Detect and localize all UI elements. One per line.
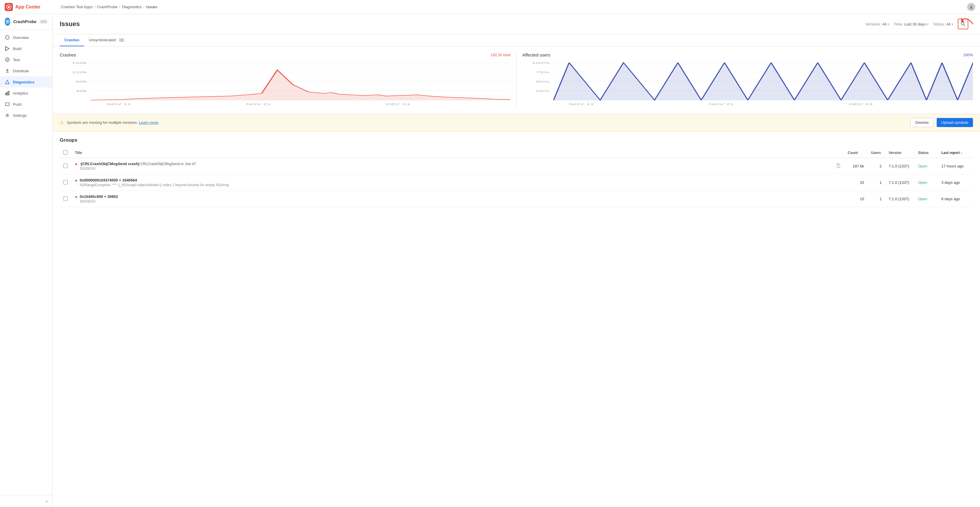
charts-area: Crashes 192.2k total 160k 120k 80k 40k — [52, 46, 980, 114]
warning-icon: ⚠ — [60, 120, 64, 125]
topbar: App Center Crashes Test Apps / CrashProb… — [0, 0, 980, 14]
test-icon — [5, 57, 10, 62]
row2-title-bold: 0x0000000104374000 + 1640564 — [80, 178, 137, 182]
tab-crashes[interactable]: Crashes — [60, 34, 84, 46]
row3-count: 10 — [844, 191, 868, 207]
svg-text:160k: 160k — [72, 62, 87, 64]
row1-check — [60, 158, 72, 175]
user-avatar[interactable] — [967, 3, 975, 11]
sidebar-label-distribute: Distribute — [13, 69, 29, 73]
table-row: ● 0x0000000104374000 + 1640564 NSRangeEx… — [60, 175, 973, 191]
svg-text:NOV 21: NOV 21 — [709, 103, 734, 106]
sidebar-item-diagnostics[interactable]: Diagnostics — [0, 76, 52, 87]
sidebar-footer: « — [0, 495, 52, 507]
dismiss-button[interactable]: Dismiss — [910, 118, 934, 127]
svg-text:DEC 01: DEC 01 — [386, 103, 410, 106]
warning-banner: ⚠ Symbols are missing for multiple versi… — [52, 114, 980, 132]
row2-checkbox[interactable] — [63, 180, 68, 184]
breadcrumb-item-1[interactable]: Crashes Test Apps — [61, 5, 92, 9]
svg-text:40k: 40k — [76, 90, 87, 92]
row2-subtitle: NSRangeException: *** -[_NSArray0 object… — [80, 183, 229, 187]
sidebar-item-build[interactable]: Build — [0, 43, 52, 54]
svg-text:25%: 25% — [536, 90, 550, 92]
row3-title-cell: ● 0x10445c000 + 30852 SIGSEGV — [72, 191, 832, 207]
time-filter-label: Time: — [894, 22, 903, 26]
row3-copy-cell — [832, 191, 844, 207]
page-header: Issues Versions: All ▾ Time: Last 30 day… — [52, 14, 980, 34]
row1-checkbox[interactable] — [63, 164, 68, 168]
row1-version: 7.1.0 (1337) — [885, 158, 915, 175]
crashes-chart-total: 192.2k total — [491, 53, 510, 57]
time-filter[interactable]: Time: Last 30 days ▾ — [894, 22, 929, 26]
row3-check — [60, 191, 72, 207]
distribute-icon — [5, 68, 10, 73]
row2-copy-cell — [832, 175, 844, 191]
sort-desc-icon: ↓ — [961, 151, 963, 155]
row3-error-icon: ● — [75, 194, 77, 199]
row2-title-cell: ● 0x0000000104374000 + 1640564 NSRangeEx… — [72, 175, 832, 191]
versions-filter-value: All — [882, 22, 886, 26]
row3-title-bold: 0x10445c000 + 30852 — [80, 194, 118, 199]
col-header-copy — [832, 148, 844, 158]
app-logo: App Center — [5, 3, 57, 11]
versions-filter[interactable]: Versions: All ▾ — [865, 22, 889, 26]
svg-point-5 — [6, 36, 10, 40]
svg-text:75%: 75% — [536, 71, 550, 74]
svg-text:DEC 01: DEC 01 — [849, 103, 873, 106]
row1-file: CRLCrashObjCMsgSend.m, line 47 — [140, 162, 196, 166]
row1-title: -[CRLCrashObjCMsgSend crash] CRLCrashObj… — [80, 162, 196, 166]
sidebar-item-test[interactable]: Test — [0, 54, 52, 65]
row1-title-cell: ● -[CRLCrashObjCMsgSend crash] CRLCrashO… — [72, 158, 832, 175]
page-filters: Versions: All ▾ Time: Last 30 days ▾ Sta… — [865, 19, 973, 29]
sidebar-item-push[interactable]: Push — [0, 99, 52, 110]
learn-more-link[interactable]: Learn more — [139, 120, 158, 125]
crashes-chart-header: Crashes 192.2k total — [60, 52, 511, 57]
svg-text:NOV 11: NOV 11 — [106, 103, 131, 106]
col-header-status: Status — [915, 148, 938, 158]
row3-checkbox[interactable] — [63, 196, 68, 201]
tab-unsymbolicated[interactable]: Unsymbolicated 2 — [84, 34, 129, 46]
sidebar-header: CrashProbe iOS — [0, 14, 52, 30]
col-header-last-report[interactable]: Last report ↓ — [938, 148, 973, 158]
svg-point-13 — [7, 115, 8, 116]
sidebar-item-distribute[interactable]: Distribute — [0, 65, 52, 76]
status-chevron-icon: ▾ — [951, 22, 953, 26]
select-all-checkbox[interactable] — [63, 150, 68, 154]
sidebar-app-name: CrashProbe — [13, 19, 36, 24]
row1-title-bold: -[CRLCrashObjCMsgSend crash] — [80, 162, 139, 166]
breadcrumb-item-2[interactable]: CrashProbe — [97, 5, 118, 9]
row2-error-icon: ● — [75, 178, 77, 183]
groups-table: Title Count Users Version Status Last re… — [60, 148, 973, 207]
sidebar-item-analytics[interactable]: Analytics — [0, 87, 52, 99]
sidebar-item-settings[interactable]: Settings — [0, 110, 52, 121]
layout: CrashProbe iOS Overview Build Test — [0, 14, 980, 507]
sidebar-item-overview[interactable]: Overview — [0, 32, 52, 43]
status-filter[interactable]: Status: All ▾ — [933, 22, 953, 26]
tab-unsymbolicated-label: Unsymbolicated — [89, 38, 116, 42]
upload-symbols-button[interactable]: Upload symbols — [937, 118, 973, 127]
svg-rect-10 — [7, 92, 8, 95]
col-header-title: Title — [72, 148, 832, 158]
row1-copy-icon[interactable] — [836, 164, 840, 169]
row2-last-report: 3 days ago — [938, 175, 973, 191]
crashes-chart: Crashes 192.2k total 160k 120k 80k 40k — [60, 52, 511, 108]
users-chart-title: Affected users — [522, 52, 550, 57]
row1-users: 2 — [868, 158, 885, 175]
svg-marker-8 — [6, 80, 10, 84]
users-chart-svg: 100% 75% 50% 25% NOV 11 NOV 21 DEC 01 — [522, 60, 973, 106]
analytics-icon — [5, 91, 10, 96]
breadcrumb-item-3[interactable]: Diagnostics — [122, 5, 142, 9]
svg-point-7 — [6, 58, 10, 62]
row3-subtitle: SIGSEGV — [80, 199, 118, 203]
sidebar-label-settings: Settings — [13, 113, 27, 118]
page-title: Issues — [60, 20, 80, 28]
breadcrumb-sep-2: / — [119, 5, 120, 9]
svg-text:NOV 21: NOV 21 — [246, 103, 271, 106]
col-header-count: Count — [844, 148, 868, 158]
sidebar-collapse-button[interactable]: « — [45, 499, 48, 504]
row2-version: 7.1.0 (1337) — [885, 175, 915, 191]
table-header: Title Count Users Version Status Last re… — [60, 148, 973, 158]
svg-text:120k: 120k — [72, 71, 87, 74]
row1-last-report: 17 hours ago — [938, 158, 973, 175]
sidebar-nav: Overview Build Test Distribute — [0, 30, 52, 495]
